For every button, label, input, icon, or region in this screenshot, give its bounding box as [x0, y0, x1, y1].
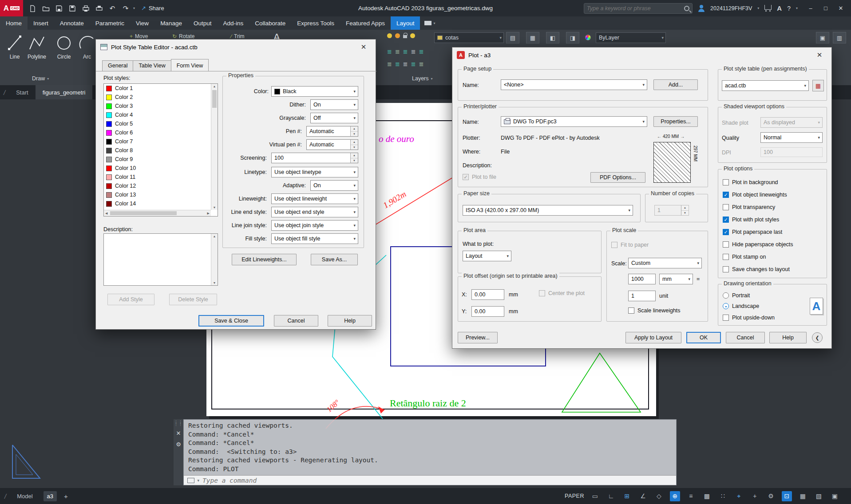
description-textarea[interactable] [103, 233, 218, 286]
plot-style-item[interactable]: Color 6 [104, 128, 218, 137]
scale-combo[interactable]: Custom [628, 258, 702, 268]
snap-icon[interactable]: ⊞ [622, 491, 632, 501]
transparency-icon[interactable]: ▩ [702, 491, 712, 501]
close-icon[interactable]: ✕ [812, 47, 827, 63]
plot-style-item[interactable]: Color 5 [104, 119, 218, 128]
ruler-icon[interactable]: ▭ [590, 491, 600, 501]
spinner-arrows-icon[interactable] [681, 205, 689, 215]
layers-panel-label[interactable]: Layers▾ [412, 75, 433, 82]
scale-unit-combo[interactable]: mm [659, 274, 693, 284]
ribbon-tab-annotate[interactable]: Annotate [54, 16, 90, 30]
paste-icon[interactable]: ▤ [506, 32, 519, 43]
screening-spinner[interactable]: 100 [271, 153, 358, 163]
layer-tool-icon[interactable]: ≣ [411, 48, 416, 55]
plot-style-item[interactable]: Color 13 [104, 190, 218, 199]
layer-tool-icon[interactable]: ≣ [419, 61, 424, 67]
plot-upside-down-checkbox[interactable]: Plot upside-down [723, 315, 775, 321]
printer-name-combo[interactable]: DWG To PDF.pc3 [501, 116, 647, 127]
what-to-plot-combo[interactable]: Layout [463, 251, 511, 261]
color-combo[interactable]: Black [271, 86, 358, 97]
paper-size-combo[interactable]: ISO A3 (420.00 x 297.00 MM) [463, 205, 633, 216]
clean-screen-icon[interactable]: ▣ [830, 491, 840, 501]
landscape-radio[interactable]: ●Landscape [723, 303, 759, 309]
plot-style-item[interactable]: Color 11 [104, 173, 218, 181]
line-end-style-combo[interactable]: Use object end style [271, 207, 358, 217]
trim-tool[interactable]: ∕ Trim [231, 33, 245, 39]
cancel-button[interactable]: Cancel [274, 315, 318, 327]
less-options-icon[interactable]: ❮ [812, 332, 823, 343]
plot-style-item[interactable]: Color 7 [104, 137, 218, 146]
object-snap-icon[interactable]: ⊕ [670, 491, 680, 501]
layer-tool-icon[interactable]: ≣ [387, 61, 392, 67]
page-setup-name-combo[interactable]: <None> [501, 79, 647, 90]
ribbon-tab-home[interactable]: Home [0, 16, 28, 30]
command-customize-icon[interactable]: ⚙ [176, 441, 181, 448]
fill-style-combo[interactable]: Use object fill style [271, 233, 358, 244]
layer-on-icon[interactable] [387, 33, 392, 38]
plot-object-lineweights-checkbox[interactable]: ✓Plot object lineweights [723, 192, 787, 198]
line-join-style-combo[interactable]: Use object join style [271, 220, 358, 231]
save-as-button[interactable]: Save As... [311, 254, 358, 265]
ribbon-tab-collaborate[interactable]: Collaborate [249, 16, 291, 30]
block-icon[interactable]: ◨ [566, 32, 579, 43]
plot-style-item[interactable]: Color 9 [104, 155, 218, 164]
model-tab[interactable]: Model [13, 491, 36, 501]
tab-table-view[interactable]: Table View [133, 60, 171, 71]
save-changes-to-layout-checkbox[interactable]: Save changes to layout [723, 266, 790, 272]
user-avatar-icon[interactable] [698, 5, 705, 12]
help-button[interactable]: Help [769, 332, 807, 343]
circle-tool[interactable]: Circle [55, 33, 73, 60]
dpi-field[interactable]: 100 [760, 147, 823, 157]
ribbon-tab-manage[interactable]: Manage [154, 16, 188, 30]
polyline-tool[interactable]: Polyline [28, 33, 46, 60]
lineweight-icon[interactable]: ≡ [686, 491, 696, 501]
pen-number-spinner[interactable]: Automatic [306, 126, 358, 137]
move-tool[interactable]: + Move [130, 33, 148, 39]
plot-styles-vscrollbar[interactable] [211, 84, 218, 210]
plot-icon[interactable] [80, 3, 91, 14]
redo-icon[interactable]: ↷ [120, 3, 131, 14]
polar-tracking-icon[interactable]: ∠ [638, 491, 648, 501]
new-file-icon[interactable] [27, 3, 38, 14]
quality-combo[interactable]: Normal [760, 132, 823, 143]
plot-with-plot-styles-checkbox[interactable]: ✓Plot with plot styles [723, 217, 779, 223]
command-close-icon[interactable]: ✕ [176, 430, 181, 437]
plot-style-table-combo[interactable]: acad.ctb [722, 80, 809, 91]
cart-icon[interactable] [764, 5, 772, 10]
layer-tool-icon[interactable]: ≣ [395, 48, 400, 55]
grayscale-combo[interactable]: Off [310, 113, 358, 123]
tool-palettes-icon[interactable]: ▣ [816, 32, 829, 43]
layer-select-combo[interactable]: cotas [434, 32, 504, 43]
layer-tool-icon[interactable]: ≣ [403, 61, 408, 67]
offset-y-field[interactable]: 0.00 [471, 306, 504, 317]
shade-plot-combo[interactable]: As displayed [760, 117, 823, 128]
cancel-button[interactable]: Cancel [726, 332, 765, 343]
layer-tool-icon[interactable]: ≣ [387, 48, 392, 55]
close-icon[interactable]: ✕ [356, 39, 371, 55]
layer-tool-icon[interactable]: ≣ [395, 61, 400, 67]
help-icon[interactable]: ? [787, 5, 791, 12]
layer-color-icon[interactable] [410, 33, 415, 38]
plot-style-item[interactable]: Color 1 [104, 84, 218, 93]
draw-panel-label[interactable]: Draw▾ [32, 75, 49, 82]
ribbon-tab-insert[interactable]: Insert [28, 16, 54, 30]
plot-stamp-on-checkbox[interactable]: Plot stamp on [723, 254, 766, 260]
draw-panel-expand-icon[interactable]: ▾ [47, 77, 49, 81]
layer-tool-icon[interactable]: ≣ [403, 48, 408, 55]
layer-tool-icon[interactable]: ≣ [411, 61, 416, 67]
dither-combo[interactable]: On [310, 99, 358, 110]
layers-panel-expand-icon[interactable]: ▾ [431, 77, 433, 81]
plot-in-background-checkbox[interactable]: Plot in background [723, 179, 778, 185]
search-box[interactable] [584, 3, 693, 14]
scale-lineweights-checkbox[interactable]: Scale lineweights [628, 307, 681, 314]
preview-button[interactable]: Preview... [458, 332, 498, 343]
command-window-grip[interactable]: ⋮⋮⋮⋮ ✕ ⚙ [174, 419, 183, 485]
description-vscrollbar[interactable] [211, 234, 218, 285]
offset-x-field[interactable]: 0.00 [471, 289, 504, 300]
object-color-combo[interactable]: ByLayer [596, 32, 666, 43]
layer-tool-icon[interactable]: ≣ [419, 48, 424, 55]
ok-button[interactable]: OK [686, 332, 721, 343]
minimize-button[interactable]: – [803, 0, 818, 16]
plot-dialog-titlebar[interactable]: A Plot - a3 ✕ [452, 47, 831, 63]
annotation-monitor-icon[interactable]: ⊡ [782, 491, 792, 501]
